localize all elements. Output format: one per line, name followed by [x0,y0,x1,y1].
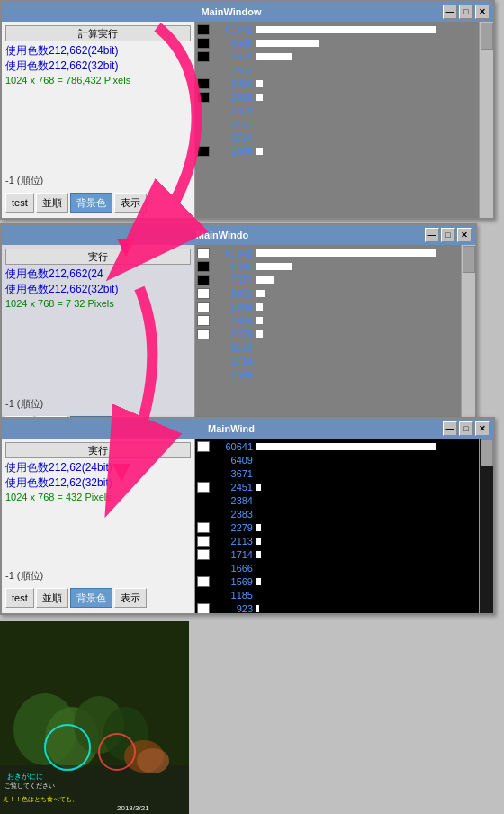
color-row: 2383 [197,314,473,327]
color-swatch [197,288,210,299]
color-swatch [197,51,210,62]
color-bar [256,330,263,338]
scrollbar-thumb-2[interactable] [463,246,475,273]
color-bar [256,53,292,60]
maximize-button-2[interactable]: □ [441,228,455,242]
color-bar [256,148,263,155]
maximize-button-3[interactable]: □ [459,421,473,436]
scrollbar-1[interactable] [479,22,493,218]
color-row: 2113 [197,341,473,354]
color-row: 60641 [197,247,473,259]
scrollbar-3[interactable] [479,439,493,613]
color-bar [256,26,436,33]
color-count: 2451 [212,288,253,299]
titlebar-3[interactable]: MainWind — □ ✕ [2,419,493,439]
minimize-button-2[interactable]: — [425,228,439,242]
color-count: 2384 [212,302,253,312]
color-swatch [197,302,210,312]
color-count: 2384 [212,495,253,506]
color-row: 2451 [197,64,491,77]
color-list-3[interactable]: 6064164093671245123842383227921131714166… [195,439,493,613]
color-swatch [197,261,210,272]
color-row: 60641 [197,440,491,453]
color-count: 6409 [212,261,253,272]
color-count: 1714 [212,549,253,560]
color-row: 2451 [197,481,491,493]
test-button-3[interactable]: test [5,588,34,608]
close-button-2[interactable]: ✕ [457,228,472,242]
color-row: 3671 [197,274,473,286]
photo-image: おきがにに ご覧してください え！！色はとち食べても、 2018/3/21 Ea [0,621,189,814]
scrollbar-thumb-3[interactable] [481,439,493,466]
color-swatch [197,329,210,339]
button-row-3: test 並順 背景色 表示 [5,586,191,610]
color-row: 1185 [197,589,491,601]
color-row: 1569 [197,575,491,588]
color-row: 2383 [197,508,491,520]
titlebar-1[interactable]: MainWindow — □ ✕ [2,2,493,22]
color-row: 6409 [197,454,491,466]
color-row: 1714 [197,131,491,144]
svg-text:え！！色はとち食べても、: え！！色はとち食べても、 [3,796,78,803]
color-count: 3671 [212,51,253,62]
sort-button-3[interactable]: 並順 [36,588,68,608]
show-button-3[interactable]: 表示 [114,588,147,608]
color-swatch [197,315,210,326]
color-count: 2383 [212,92,253,103]
window1-title: MainWindow [20,6,443,17]
color-swatch [197,248,210,258]
color-bar [256,605,259,612]
sort-button-1[interactable]: 並順 [36,193,68,213]
color-row: 2384 [197,494,491,507]
color-count: 6409 [212,455,253,466]
color-swatch [197,549,210,560]
rank-text-3: -1 (順位) [5,567,191,584]
bg-button-1[interactable]: 背景色 [70,193,112,213]
color-count: 1714 [212,356,253,366]
color-swatch [197,275,210,285]
scrollbar-2[interactable] [461,245,475,441]
color-list-panel-1: 6064164093671245123842383227921131714166… [195,22,493,218]
close-button-1[interactable]: ✕ [475,5,490,19]
toolbar-3: 実行 [5,442,191,458]
color-count: 1185 [212,590,253,601]
color-swatch [197,576,210,587]
maximize-button-1[interactable]: □ [459,5,473,19]
scrollbar-thumb-1[interactable] [481,23,493,50]
left-panel-1: 計算実行 使用色数212,662(24bit) 使用色数212,662(32bi… [2,22,195,218]
color-count: 2279 [212,105,253,116]
test-button-1[interactable]: test [5,193,34,213]
window2-title: MainWindo [20,230,425,240]
bg-button-3[interactable]: 背景色 [70,588,112,608]
color-swatch [197,92,210,103]
color-row: 3671 [197,467,491,480]
color-list-1[interactable]: 6064164093671245123842383227921131714166… [195,22,493,218]
window1: MainWindow — □ ✕ 計算実行 使用色数212,662(24bit)… [0,0,495,220]
show-button-1[interactable]: 表示 [114,193,147,213]
info-text-1: 使用色数212,662(24bit) 使用色数212,662(32bit) 10… [5,43,191,87]
color-row: 1714 [197,355,473,367]
left-panel-2: 実行 使用色数212,662(24 使用色数212,662(32bit) 102… [2,245,195,441]
color-row: 6409 [197,260,473,273]
color-count: 2113 [212,342,253,353]
color-count: 2451 [212,65,253,76]
color-swatch [197,536,210,547]
color-row: 2279 [197,328,473,340]
color-bar [256,276,274,284]
minimize-button-1[interactable]: — [443,5,457,19]
titlebar-2[interactable]: MainWindo — □ ✕ [2,225,475,245]
color-bar [256,80,263,87]
color-row: 60641 [197,23,491,36]
color-list-2[interactable]: 6064164093671245123842383227921131714166… [195,245,475,441]
minimize-button-3[interactable]: — [443,421,457,436]
color-bar [256,538,261,545]
color-row: 1666 [197,562,491,574]
close-button-3[interactable]: ✕ [475,421,490,436]
color-bar [256,263,292,270]
color-count: 1714 [212,132,253,143]
color-bar [256,524,261,531]
svg-text:おきがにに: おきがにに [7,773,43,781]
window2: MainWindo — □ ✕ 実行 使用色数212,662(24 使用色数21… [0,223,477,443]
color-swatch [197,146,210,157]
photo-section: おきがにに ご覧してください え！！色はとち食べても、 2018/3/21 Ea [0,621,189,814]
